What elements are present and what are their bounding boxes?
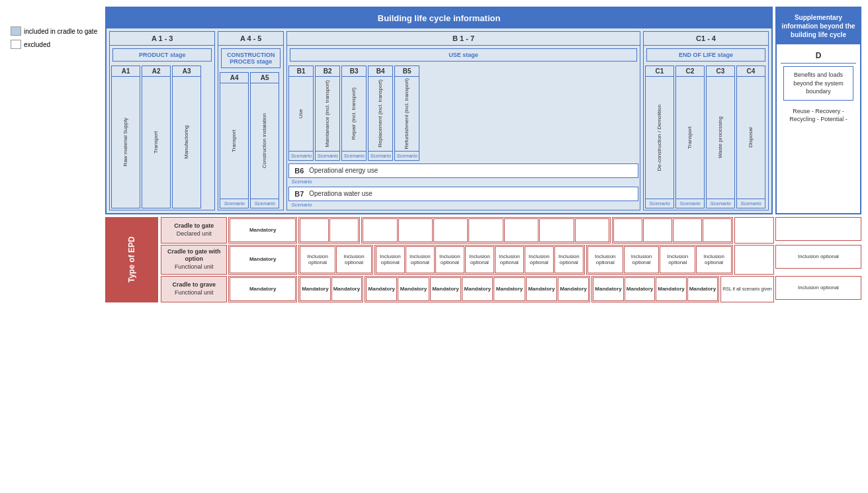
c14-sub-stages: C1 De-construction / Demolition Scenario…: [644, 64, 768, 210]
c1-header: C1: [646, 66, 673, 77]
epd-container: Type of EPD Cradle to gate Declared unit…: [105, 217, 861, 302]
supp-content: D Benefits and loads beyond the system b…: [777, 44, 860, 132]
b4-header: B4: [369, 66, 392, 77]
c3-content: Waste processing: [716, 77, 725, 199]
b7-box: B7 Operationa water use: [288, 187, 638, 201]
c1-stage: C1 De-construction / Demolition Scenario: [645, 66, 674, 208]
c14-stage-label: END OF LIFE stage: [646, 48, 765, 62]
a3-content: Manufactoring: [182, 77, 191, 208]
c3-text: Waste processing: [717, 116, 724, 158]
epd-2-d-col: Inclusion optional: [775, 245, 861, 275]
epd-a45-block-1: [298, 217, 360, 244]
b5-stage: B5 Refurbishment (incl. transport) Scena…: [394, 66, 419, 161]
b17-group: B 1 - 7 USE stage B1 Use Scenario: [286, 31, 640, 210]
c2-text: Transport: [687, 118, 693, 157]
epd-3-a13: Mandatory: [230, 277, 296, 301]
b6-text: Operational energy use: [309, 167, 378, 174]
epd-1-d-col: [775, 217, 861, 244]
epd-label-2: Cradle to gate with option Functional un…: [161, 245, 227, 275]
b2-stage: B2 Maintanance (incl. transport) Scenari…: [315, 66, 340, 161]
epd-2-rsl: [734, 245, 774, 275]
epd-label-3: Cradle to grave Functional unit: [161, 276, 227, 302]
c2-scenario: Scenario: [676, 199, 704, 208]
legend-included-box: [11, 26, 21, 36]
epd-c-block-2: Inclusion optional Inclusion optional In…: [586, 245, 733, 275]
c3-scenario: Scenario: [707, 199, 734, 208]
epd-2-b5: Inclusion optional: [495, 246, 524, 273]
epd-2-a5: Inclusion optional: [336, 246, 372, 273]
a4-stage: A4 Transport Scenario: [220, 72, 249, 208]
a2-content: Transport: [152, 77, 161, 208]
c4-stage: C4 Disposal Scenario: [736, 66, 765, 208]
epd-1-b3: [433, 218, 468, 242]
lifecycle-title: Building life cycle information: [107, 8, 771, 28]
epd-2-a13: Mandatory: [230, 246, 296, 273]
epd-3-c4: Mandatory: [687, 277, 718, 301]
a5-stage: A5 Construction instalation Scenario: [250, 72, 279, 208]
epd-3-c1: Mandatory: [593, 277, 623, 301]
epd-1-c2: [643, 218, 672, 242]
epd-2-c3: Inclusion optional: [660, 246, 695, 273]
d-label: D: [781, 48, 856, 64]
epd-label-1-main: Cradle to gate: [174, 222, 214, 229]
epd-label-2-sub: Functional unit: [164, 263, 224, 271]
b1-scenario: Scenario: [289, 151, 313, 160]
epd-1-a5: [329, 218, 359, 242]
a1-header: A1: [112, 66, 140, 77]
epd-2-c1: Inclusion optional: [587, 246, 623, 273]
b1-stage: B1 Use Scenario: [288, 66, 314, 161]
epd-2-b1: Inclusion optional: [376, 246, 405, 273]
c1-content: De-construction / Demolition: [655, 77, 664, 199]
epd-1-b1: [363, 218, 397, 242]
epd-1-rsl: [734, 217, 774, 244]
b3-content: Repair (incl. transport): [349, 77, 359, 151]
c2-content: Transport: [685, 77, 695, 199]
epd-3-d: Inclusion optional: [775, 276, 861, 300]
epd-type-label: Type of EPD: [105, 217, 158, 302]
b3-stage: B3 Repair (incl. transport) Scenario: [341, 66, 367, 161]
epd-1-d: [775, 217, 861, 241]
a2-header: A2: [142, 66, 170, 77]
epd-1-b7: [575, 218, 609, 242]
a45-sub-stages: A4 Transport Scenario A5 Construction in…: [218, 71, 283, 210]
epd-b-block-3: Mandatory Mandatory Mandatory Mandatory …: [365, 276, 590, 302]
legend-excluded-label: excluded: [24, 41, 50, 48]
a5-text: Construction instalation: [261, 113, 268, 168]
b5-text: Refurbishment (incl. transport): [404, 78, 410, 150]
a13-header: A 1 - 3: [110, 32, 214, 46]
epd-1-b6: [539, 218, 574, 242]
epd-3-c2: Mandatory: [625, 277, 655, 301]
epd-label-3-sub: Functional unit: [172, 289, 216, 297]
epd-1-b4: [468, 218, 503, 242]
b6-box: B6 Operational energy use: [288, 163, 638, 178]
epd-b-block-2: Inclusion optional Inclusion optional In…: [374, 245, 585, 275]
lifecycle-container: Building life cycle information A 1 - 3 …: [105, 7, 861, 214]
epd-label-1-sub: Declared unit: [174, 230, 214, 238]
a5-content: Construction instalation: [260, 83, 269, 199]
epd-1-c3: [673, 218, 702, 242]
epd-row-3: Cradle to grave Functional unit Mandator…: [161, 276, 861, 302]
b1-text: Use: [298, 94, 304, 134]
a13-stage-label: PRODUCT stage: [112, 48, 212, 62]
lifecycle-main: Building life cycle information A 1 - 3 …: [105, 7, 773, 214]
b4-stage: B4 Replacement (incl. transport) Scenari…: [368, 66, 393, 161]
epd-label-1: Cradle to gate Declared unit: [161, 217, 227, 244]
legend-excluded: excluded: [11, 40, 97, 49]
epd-3-b4: Mandatory: [462, 277, 493, 301]
epd-row-2: Cradle to gate with option Functional un…: [161, 245, 861, 275]
a4-header: A4: [220, 73, 248, 83]
b7-label: B7: [294, 190, 304, 198]
legend: included in cradle to gate excluded: [7, 7, 101, 302]
c1-text: De-construction / Demolition: [656, 105, 663, 171]
epd-1-b5: [504, 218, 539, 242]
a45-stage-label: CONSTRUCTION PROCES stage: [221, 48, 281, 68]
epd-2-d: Inclusion optional: [775, 245, 861, 269]
c4-content: Disposal: [746, 77, 756, 199]
b6-label: B6: [294, 167, 304, 175]
epd-3-rsl: RSL if all scenario given: [720, 276, 774, 302]
b5-scenario: Scenario: [395, 151, 419, 160]
legend-included: included in cradle to gate: [11, 26, 97, 36]
b5-header: B5: [395, 66, 419, 77]
epd-3-b2: Mandatory: [398, 277, 429, 301]
lifecycle-supplementary: Supplementary information beyond the bui…: [775, 7, 861, 214]
